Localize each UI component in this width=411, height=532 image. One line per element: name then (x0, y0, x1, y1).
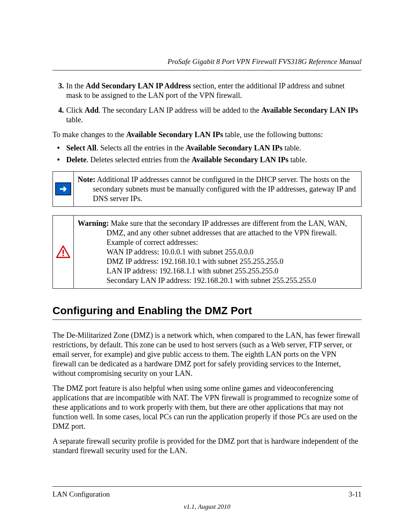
bullet-2-bold-2: Available Secondary LAN IPs (191, 155, 288, 164)
bullet-select-all: Select All. Selects all the entries in t… (66, 143, 362, 153)
page-footer: LAN Configuration 3-11 v1.1, August 2010 (53, 486, 362, 511)
warning-line-lan: LAN IP address: 192.168.1.1 with subnet … (107, 266, 357, 276)
svg-rect-2 (62, 255, 64, 256)
step-4-text-mid: . The secondary LAN IP address will be a… (99, 106, 261, 114)
bullet-1-bold-2: Available Secondary LAN IPs (186, 144, 283, 152)
footer-right: 3-11 (349, 490, 362, 499)
note-label: Note: (78, 175, 96, 184)
step-4-text-post: table. (66, 115, 83, 124)
step-4-bold-1: Add (84, 106, 99, 114)
section-body: The De-Militarized Zone (DMZ) is a netwo… (53, 331, 362, 455)
bullet-2-mid: . Deletes selected entries from the (86, 155, 191, 164)
step-4-text-pre: Click (66, 106, 84, 114)
step-4-bold-2: Available Secondary LAN IPs (261, 106, 358, 114)
warning-line-wan: WAN IP address: 10.0.0.1 with subnet 255… (107, 247, 357, 257)
footer-version: v1.1, August 2010 (53, 503, 362, 511)
bullet-1-bold-1: Select All (66, 144, 96, 152)
warning-lead: Make sure that the secondary IP addresse… (107, 219, 347, 237)
step-4: Click Add. The secondary LAN IP address … (66, 105, 362, 125)
note-icon-cell: ➜ (53, 172, 74, 206)
arrow-glyph: ➜ (59, 184, 67, 193)
section-heading: Configuring and Enabling the DMZ Port (53, 304, 362, 320)
bullet-1-post: table. (282, 144, 301, 152)
step-3-text-pre: In the (66, 81, 86, 90)
warning-line-dmz: DMZ IP address: 192.168.10.1 with subnet… (107, 257, 357, 266)
warning-callout: Warning: Make sure that the secondary IP… (53, 215, 362, 289)
intro-post: table, use the following buttons: (223, 130, 323, 139)
intro-bold: Available Secondary LAN IPs (126, 130, 223, 139)
section-p1: The De-Militarized Zone (DMZ) is a netwo… (53, 331, 362, 378)
warning-label: Warning: (78, 219, 109, 227)
bullet-2-bold-1: Delete (66, 155, 86, 164)
bullet-2-post: table. (288, 155, 307, 164)
document-page: ProSafe Gigabit 8 Port VPN Firewall FVS3… (0, 0, 411, 532)
step-3-bold-1: Add Secondary LAN IP Address (86, 81, 191, 90)
footer-left: LAN Configuration (53, 490, 110, 499)
section-p2: The DMZ port feature is also helpful whe… (53, 383, 362, 431)
warning-icon-cell (53, 216, 74, 288)
footer-line: LAN Configuration 3-11 (53, 486, 362, 499)
running-header: ProSafe Gigabit 8 Port VPN Firewall FVS3… (53, 57, 362, 70)
numbered-steps: In the Add Secondary LAN IP Address sect… (53, 81, 362, 125)
svg-rect-1 (62, 250, 64, 254)
intro-paragraph: To make changes to the Available Seconda… (53, 130, 362, 139)
warning-line-secondary: Secondary LAN IP address: 192.168.20.1 w… (107, 276, 357, 285)
warning-example-head: Example of correct addresses: (107, 238, 357, 247)
note-text-cell: Note: Additional IP addresses cannot be … (74, 172, 361, 206)
warning-text-cell: Warning: Make sure that the secondary IP… (74, 216, 361, 288)
step-3: In the Add Secondary LAN IP Address sect… (66, 81, 362, 100)
warning-example-block: Example of correct addresses: WAN IP add… (78, 238, 357, 285)
note-callout: ➜ Note: Additional IP addresses cannot b… (53, 171, 362, 207)
note-body: Additional IP addresses cannot be config… (93, 175, 356, 203)
intro-pre: To make changes to the (53, 130, 126, 139)
section-p3: A separate firewall security profile is … (53, 436, 362, 455)
warning-triangle-icon (56, 245, 70, 258)
arrow-icon: ➜ (55, 182, 71, 195)
bullet-list: Select All. Selects all the entries in t… (53, 143, 362, 165)
bullet-1-mid: . Selects all the entries in the (96, 144, 185, 152)
bullet-delete: Delete. Deletes selected entries from th… (66, 155, 362, 165)
